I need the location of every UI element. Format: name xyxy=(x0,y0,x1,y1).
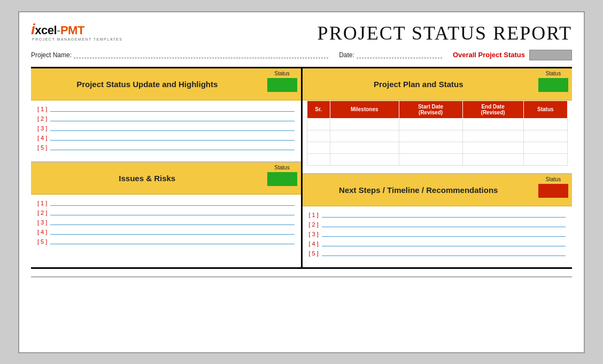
list-num-1: [ 1 ] xyxy=(309,212,322,218)
list-num-4: [ 4 ] xyxy=(37,135,50,141)
bottom-right-status-label: Status xyxy=(546,176,561,182)
bottom-left-section: Issues & Risks Status [ 1 ] [ 2 ] xyxy=(31,162,301,255)
cell xyxy=(307,118,330,130)
cell xyxy=(523,153,567,165)
list-item: [ 3 ] xyxy=(309,231,566,237)
cell xyxy=(523,130,567,142)
list-item: [ 5 ] xyxy=(309,250,566,257)
bottom-right-section: Next Steps / Timeline / Recommendations … xyxy=(303,174,573,267)
overall-status-box xyxy=(529,50,572,60)
list-num-1: [ 1 ] xyxy=(37,200,50,206)
table-row xyxy=(307,130,568,142)
list-line-2 xyxy=(50,210,295,215)
bottom-right-content: [ 1 ] [ 2 ] [ 3 ] [ 4 ] xyxy=(303,206,573,267)
list-num-2: [ 2 ] xyxy=(37,115,50,122)
list-line-4 xyxy=(322,241,566,246)
cell xyxy=(399,118,462,130)
date-label: Date: xyxy=(339,51,354,59)
bottom-left-status-label: Status xyxy=(274,165,289,171)
list-line-3 xyxy=(50,220,295,225)
bottom-left-title: Issues & Risks xyxy=(119,174,175,183)
left-column: Project Status Update and Highlights Sta… xyxy=(31,68,303,267)
top-left-title: Project Status Update and Highlights xyxy=(76,80,218,89)
cell xyxy=(330,153,399,165)
list-item: [ 4 ] xyxy=(37,229,295,235)
top-left-title-area: Project Status Update and Highlights xyxy=(31,68,264,100)
cell xyxy=(307,130,330,142)
bottom-right-status-area: Status xyxy=(535,174,572,206)
top-right-header: Project Plan and Status Status xyxy=(303,68,573,100)
col-milestones: Milestones xyxy=(330,100,399,118)
top-right-status-area: Status xyxy=(535,68,572,100)
top-right-title: Project Plan and Status xyxy=(374,80,463,89)
cell xyxy=(462,142,523,153)
list-num-2: [ 2 ] xyxy=(37,210,50,216)
list-line-4 xyxy=(50,135,295,141)
cell xyxy=(399,153,462,165)
list-line-5 xyxy=(50,239,295,244)
list-item: [ 2 ] xyxy=(37,210,295,216)
logo-pmt: PMT xyxy=(60,24,84,37)
list-item: [ 2 ] xyxy=(309,221,566,228)
right-column: Project Plan and Status Status Sr. Miles… xyxy=(303,68,573,267)
list-item: [ 3 ] xyxy=(37,219,295,226)
bottom-left-status-indicator xyxy=(267,172,297,186)
cell xyxy=(330,142,399,153)
bottom-left-status-area: Status xyxy=(264,162,301,194)
cell xyxy=(330,118,399,130)
list-item: [ 1 ] xyxy=(37,200,295,206)
cell xyxy=(330,130,399,142)
top-left-status-indicator xyxy=(267,78,297,92)
list-num-4: [ 4 ] xyxy=(309,241,322,247)
table-row xyxy=(307,142,568,153)
list-num-3: [ 3 ] xyxy=(309,231,322,237)
top-right-content: Sr. Milestones Start Date(Revised) End D… xyxy=(303,100,573,173)
top-right-status-indicator xyxy=(538,78,568,92)
list-num-5: [ 5 ] xyxy=(37,144,50,151)
cell xyxy=(523,118,567,130)
date-line xyxy=(357,52,442,58)
list-num-3: [ 3 ] xyxy=(37,125,50,131)
list-item: [ 1 ] xyxy=(309,212,566,218)
report-title: Project Status Report xyxy=(318,22,572,44)
list-item: [ 2 ] xyxy=(37,115,295,122)
list-num-4: [ 4 ] xyxy=(37,229,50,235)
cell xyxy=(307,142,330,153)
list-line-3 xyxy=(322,231,566,237)
list-item: [ 5 ] xyxy=(37,238,295,245)
bottom-left-title-area: Issues & Risks xyxy=(31,162,264,194)
bottom-left-content: [ 1 ] [ 2 ] [ 3 ] [ 4 ] xyxy=(31,195,301,255)
cell xyxy=(399,130,462,142)
project-name-label: Project Name: xyxy=(31,51,72,59)
list-item: [ 1 ] xyxy=(37,106,295,112)
top-left-section: Project Status Update and Highlights Sta… xyxy=(31,68,301,161)
list-line-4 xyxy=(50,229,295,235)
list-line-1 xyxy=(50,106,295,112)
top-left-content: [ 1 ] [ 2 ] [ 3 ] [ 4 ] xyxy=(31,100,301,161)
report-footer xyxy=(31,276,572,277)
table-row xyxy=(307,153,568,165)
cell xyxy=(307,153,330,165)
logo: ixcel-PMT xyxy=(31,22,84,37)
project-name-line xyxy=(74,52,328,58)
table-row xyxy=(307,118,568,130)
top-right-section: Project Plan and Status Status Sr. Miles… xyxy=(303,68,573,173)
list-line-2 xyxy=(50,116,295,121)
top-left-header: Project Status Update and Highlights Sta… xyxy=(31,68,301,100)
list-item: [ 4 ] xyxy=(309,241,566,247)
list-line-2 xyxy=(322,222,566,227)
cell xyxy=(462,118,523,130)
col-start-date: Start Date(Revised) xyxy=(399,100,462,118)
logo-area: ixcel-PMT PROJECT MANAGEMENT TEMPLATES xyxy=(31,22,122,41)
header-row: ixcel-PMT PROJECT MANAGEMENT TEMPLATES P… xyxy=(31,22,572,44)
col-status: Status xyxy=(523,100,567,118)
list-line-5 xyxy=(322,251,566,256)
top-left-status-label: Status xyxy=(274,71,289,76)
cell xyxy=(462,153,523,165)
bottom-left-header: Issues & Risks Status xyxy=(31,162,301,195)
list-num-3: [ 3 ] xyxy=(37,219,50,226)
cell xyxy=(399,142,462,153)
list-num-5: [ 5 ] xyxy=(37,238,50,245)
milestone-table: Sr. Milestones Start Date(Revised) End D… xyxy=(307,100,568,166)
overall-status-label: Overall Project Status xyxy=(453,51,525,59)
